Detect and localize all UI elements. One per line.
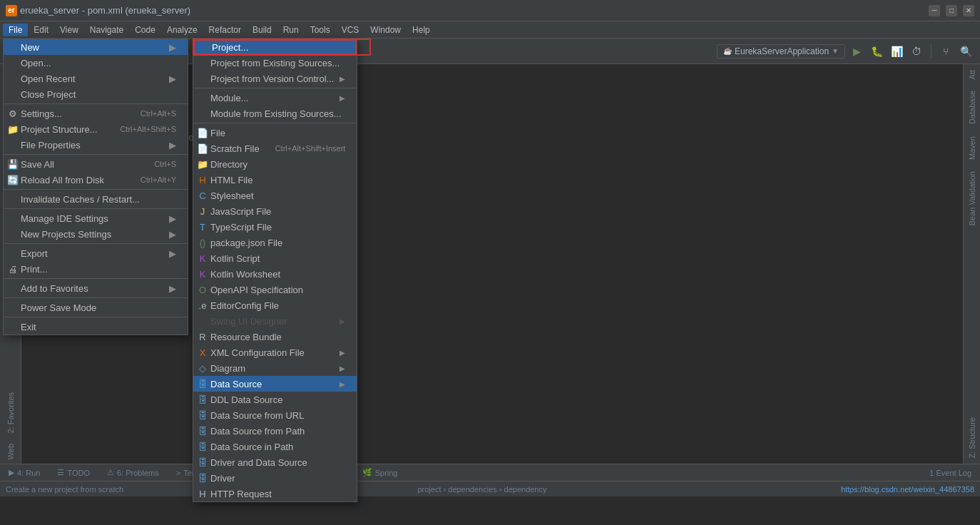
menu-item-code[interactable]: Code	[129, 24, 161, 36]
event-log-tab[interactable]: 1 Event Log	[927, 469, 974, 477]
kotlin-script-icon: K	[198, 253, 208, 263]
new-submenu-editorconfig[interactable]: .e EditorConfig File	[193, 297, 357, 313]
menu-item-tools[interactable]: Tools	[305, 24, 336, 36]
menu-sep-4	[4, 208, 188, 209]
sidebar-item-web[interactable]: Web	[1, 439, 20, 464]
new-submenu-driver[interactable]: 🗄 Driver	[193, 470, 357, 486]
right-tab-database[interactable]: Database	[965, 85, 979, 130]
bottom-tab-problems[interactable]: ⚠ 6: Problems	[104, 468, 162, 477]
menu-new[interactable]: New ▶	[4, 39, 188, 55]
menu-reload[interactable]: 🔄 Reload All from Disk Ctrl+Alt+Y	[4, 172, 188, 188]
menu-item-vcs[interactable]: VCS	[336, 24, 365, 36]
bottombar: ▶ 4: Run ☰ TODO ⚠ 6: Problems > Terminal…	[0, 464, 980, 481]
new-submenu-project-existing[interactable]: Project from Existing Sources...	[193, 55, 357, 71]
menu-manage-ide[interactable]: Manage IDE Settings ▶	[4, 210, 188, 226]
titlebar-title: erueka_server - pom.xml (erueka_server)	[20, 5, 190, 16]
menu-add-favorites[interactable]: Add to Favorites ▶	[4, 280, 188, 296]
menu-export[interactable]: Export ▶	[4, 245, 188, 261]
kotlin-worksheet-icon: K	[198, 269, 208, 279]
search-button[interactable]: 🔍	[957, 43, 974, 60]
new-submenu-project-vcs[interactable]: Project from Version Control... ▶	[193, 71, 357, 86]
status-hint: Create a new project from scratch	[6, 485, 123, 494]
menu-item-edit[interactable]: Edit	[28, 24, 54, 36]
menu-invalidate-caches[interactable]: Invalidate Caches / Restart...	[4, 191, 188, 207]
terminal-icon: >	[176, 469, 180, 477]
new-submenu-directory[interactable]: 📁 Directory	[193, 156, 357, 172]
status-url[interactable]: https://blog.csdn.net/weixin_44867358	[841, 485, 974, 494]
right-tab-structure[interactable]: Z: Structure	[965, 412, 979, 464]
save-icon: 💾	[8, 159, 18, 169]
menu-item-window[interactable]: Window	[364, 24, 407, 36]
menu-item-analyze[interactable]: Analyze	[161, 24, 203, 36]
menu-item-file[interactable]: File	[3, 24, 28, 36]
new-submenu-datasource-in-path[interactable]: 🗄 Data Source in Path	[193, 439, 357, 454]
new-submenu-datasource-path[interactable]: 🗄 Data Source from Path	[193, 423, 357, 439]
menu-exit[interactable]: Exit	[4, 319, 188, 335]
new-submenu-ddl-datasource[interactable]: 🗄 DDL Data Source	[193, 392, 357, 407]
reload-icon: 🔄	[8, 175, 18, 185]
new-submenu-diagram[interactable]: ◇ Diagram ▶	[193, 360, 357, 376]
run-button[interactable]: ▶	[848, 43, 865, 60]
new-submenu-scratch-file[interactable]: 📄 Scratch File Ctrl+Alt+Shift+Insert	[193, 141, 357, 156]
menu-item-navigate[interactable]: Navigate	[84, 24, 129, 36]
new-submenu-packagejson[interactable]: {} package.json File	[193, 235, 357, 250]
driver-icon: 🗄	[198, 473, 208, 483]
menu-item-help[interactable]: Help	[407, 24, 436, 36]
menu-item-view[interactable]: View	[54, 24, 84, 36]
menu-sep-1	[4, 103, 188, 104]
menu-open-recent[interactable]: Open Recent ▶	[4, 71, 188, 86]
debug-button[interactable]: 🐛	[868, 43, 885, 60]
right-tab-att[interactable]: Att	[965, 64, 979, 85]
menu-sep-6	[4, 278, 188, 279]
menu-print[interactable]: 🖨 Print...	[4, 261, 188, 277]
right-tab-bean-validation[interactable]: Bean Validation	[965, 165, 979, 231]
new-submenu-sep-1	[193, 88, 357, 88]
profile-button[interactable]: ⏱	[908, 43, 925, 60]
packagejson-icon: {}	[198, 238, 208, 248]
new-submenu-module[interactable]: Module... ▶	[193, 90, 357, 106]
new-submenu-kotlin-worksheet[interactable]: K Kotlin Worksheet	[193, 266, 357, 282]
new-submenu-typescript[interactable]: T TypeScript File	[193, 219, 357, 235]
new-submenu-module-existing[interactable]: Module from Existing Sources...	[193, 106, 357, 121]
menu-power-save[interactable]: Power Save Mode	[4, 300, 188, 315]
minimize-button[interactable]: ─	[929, 5, 940, 16]
maximize-button[interactable]: □	[946, 5, 957, 16]
new-submenu-datasource-url[interactable]: 🗄 Data Source from URL	[193, 407, 357, 423]
new-submenu-http-request[interactable]: H HTTP Request	[193, 486, 357, 501]
new-submenu-file[interactable]: 📄 File	[193, 125, 357, 141]
menu-settings[interactable]: ⚙ Settings... Ctrl+Alt+S	[4, 106, 188, 121]
datasource-in-path-icon: 🗄	[198, 442, 208, 452]
new-submenu-openapi[interactable]: O OpenAPI Specification	[193, 282, 357, 297]
new-submenu-project[interactable]: Project...	[193, 39, 357, 55]
bottom-tab-spring[interactable]: 🌿 Spring	[359, 468, 401, 477]
run-configuration[interactable]: ☕ EurekaServerApplication ▼	[717, 44, 845, 58]
menu-close-project[interactable]: Close Project	[4, 86, 188, 102]
file-menu: New ▶ Open... Open Recent ▶ Close Projec…	[3, 39, 188, 335]
menu-open[interactable]: Open...	[4, 55, 188, 71]
close-button[interactable]: ✕	[963, 5, 974, 16]
menubar: File Edit View Navigate Code Analyze Ref…	[0, 21, 980, 39]
menu-item-refactor[interactable]: Refactor	[203, 24, 247, 36]
menu-save-all[interactable]: 💾 Save All Ctrl+S	[4, 156, 188, 172]
menu-item-build[interactable]: Build	[247, 24, 277, 36]
new-submenu-kotlin-script[interactable]: K Kotlin Script	[193, 250, 357, 266]
new-submenu-xml-config[interactable]: X XML Configuration File ▶	[193, 345, 357, 360]
menu-project-structure[interactable]: 📁 Project Structure... Ctrl+Alt+Shift+S	[4, 121, 188, 137]
new-submenu-driver-datasource[interactable]: 🗄 Driver and Data Source	[193, 454, 357, 470]
menu-new-projects-settings[interactable]: New Projects Settings ▶	[4, 226, 188, 242]
right-tab-maven[interactable]: Maven	[965, 131, 979, 165]
menu-file-properties[interactable]: File Properties ▶	[4, 137, 188, 153]
new-submenu-resource-bundle[interactable]: R Resource Bundle	[193, 329, 357, 345]
git-button[interactable]: ⑂	[937, 43, 954, 60]
menu-item-run[interactable]: Run	[277, 24, 305, 36]
new-submenu-datasource[interactable]: 🗄 Data Source ▶	[193, 376, 357, 392]
sidebar-item-favorites[interactable]: 2: Favorites	[1, 388, 20, 437]
bottom-tab-run[interactable]: ▶ 4: Run	[6, 468, 43, 477]
coverage-button[interactable]: 📊	[888, 43, 905, 60]
new-submenu-stylesheet[interactable]: C Stylesheet	[193, 188, 357, 203]
driver-datasource-icon: 🗄	[198, 457, 208, 467]
new-submenu-html[interactable]: H HTML File	[193, 172, 357, 188]
bottom-tab-todo[interactable]: ☰ TODO	[54, 468, 93, 477]
new-submenu-swing: Swing UI Designer ▶	[193, 313, 357, 329]
new-submenu-javascript[interactable]: J JavaScript File	[193, 203, 357, 219]
